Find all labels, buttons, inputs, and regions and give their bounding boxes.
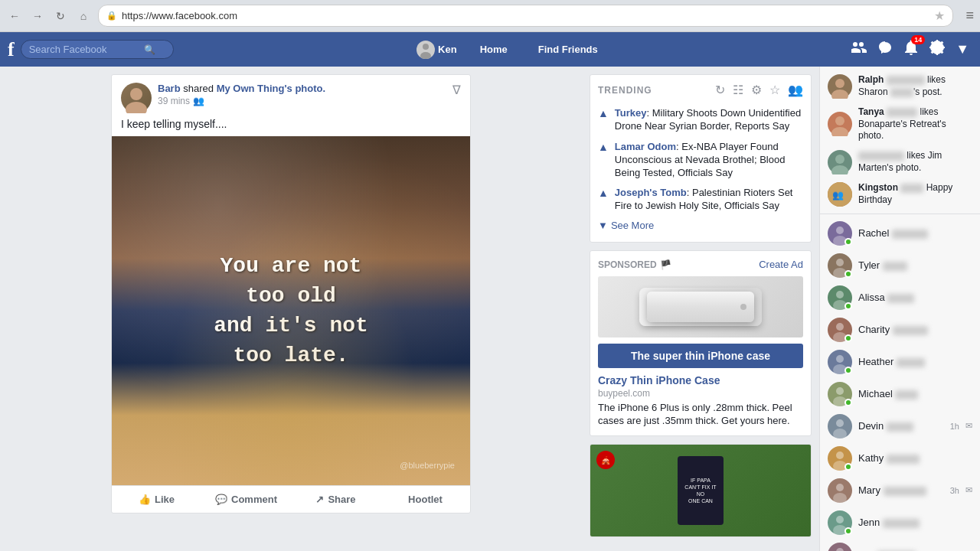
chat-item-alissa[interactable]: Alissa <box>820 282 980 314</box>
chat-avatar-rachel <box>828 221 852 246</box>
sky-overlay <box>112 136 470 485</box>
chat-item-rachel[interactable]: Rachel <box>820 217 980 249</box>
chat-item-kingston[interactable]: 👥 Kingston Happy Birthday <box>820 178 980 210</box>
online-indicator <box>844 367 852 374</box>
user-name: Ken <box>438 44 457 55</box>
share-button[interactable]: ↗ Share <box>291 489 381 510</box>
chat-item-anon[interactable]: likes Jim Marten's photo. <box>820 146 980 178</box>
trending-item-0[interactable]: ▲ Turkey: Military Shoots Down Unidentif… <box>598 103 803 137</box>
forward-button[interactable]: → <box>29 8 46 24</box>
comment-button[interactable]: 💬 Comment <box>201 489 291 510</box>
online-indicator <box>844 463 852 471</box>
chat-user-name: Alissa <box>858 292 972 303</box>
chat-item-kathy[interactable]: Kathy <box>820 442 980 474</box>
trending-item-1[interactable]: ▲ Lamar Odom: Ex-NBA Player Found Uncons… <box>598 137 803 184</box>
trending-item-2[interactable]: ▲ Joseph's Tomb: Palestinian Rioters Set… <box>598 183 803 217</box>
browser-menu-icon[interactable]: ≡ <box>965 8 974 24</box>
ad-image <box>598 276 803 337</box>
svg-point-19 <box>836 291 844 298</box>
find-friends-nav-item[interactable]: Find Friends <box>531 44 606 55</box>
online-indicator <box>844 270 852 278</box>
trending-grid-icon[interactable]: ☷ <box>733 83 743 97</box>
svg-point-16 <box>836 259 844 266</box>
hootlet-button[interactable]: Hootlet <box>381 489 470 510</box>
notification-badge: 14 <box>911 35 925 44</box>
chat-user-name: Tyler <box>858 259 972 271</box>
chat-item-joe[interactable]: Joe <box>820 539 980 551</box>
post-author-name[interactable]: Barb <box>158 83 181 94</box>
create-ad-link[interactable]: Create Ad <box>759 259 803 270</box>
chat-activity-anon: likes Jim Marten's photo. <box>858 150 972 174</box>
chat-item-michael[interactable]: Michael <box>820 378 980 410</box>
chat-user-name: Heather <box>858 356 972 367</box>
chat-time: 3h <box>950 486 959 495</box>
post-shared-link[interactable]: My Own Thing's photo. <box>217 83 325 94</box>
address-bar[interactable]: 🔒 https://www.facebook.com ★ <box>98 5 953 27</box>
ad-website: buypeel.com <box>598 388 803 399</box>
user-avatar <box>416 41 435 59</box>
chat-avatar-joe <box>828 543 852 551</box>
home-nav-item[interactable]: Home <box>472 44 515 55</box>
settings-icon-button[interactable] <box>926 37 948 62</box>
lock-icon: 🔒 <box>106 11 117 21</box>
svg-point-7 <box>831 127 848 136</box>
see-more-button[interactable]: ▼ See More <box>598 217 803 234</box>
chat-item-ralph[interactable]: Ralph likes Sharon 's post. <box>820 70 980 103</box>
trending-settings-icon[interactable]: ⚙ <box>751 83 762 97</box>
post-header: Barb shared My Own Thing's photo. 39 min… <box>112 75 470 118</box>
facebook-logo: f <box>8 38 15 61</box>
trending-item-text-0: Turkey: Military Shoots Down Unidentifie… <box>615 107 803 133</box>
trending-refresh-icon[interactable]: ↻ <box>715 83 725 97</box>
url-text: https://www.facebook.com <box>122 10 929 21</box>
svg-point-22 <box>836 323 844 331</box>
user-chip[interactable]: Ken <box>416 41 457 59</box>
chat-activity-kingston: Kingston Happy Birthday <box>858 182 972 206</box>
refresh-button[interactable]: ↻ <box>52 8 69 24</box>
chat-item-tyler[interactable]: Tyler <box>820 249 980 282</box>
svg-text:👥: 👥 <box>832 189 844 201</box>
post-meta: Barb shared My Own Thing's photo. 39 min… <box>158 83 325 107</box>
chat-item-tanya[interactable]: Tanya likes Bonaparte's Retreat's photo. <box>820 103 980 146</box>
main-layout: Barb shared My Own Thing's photo. 39 min… <box>0 67 980 551</box>
post-actions: 👍 Like 💬 Comment ↗ Share Hootlet <box>112 485 470 513</box>
home-button[interactable]: ⌂ <box>75 8 92 24</box>
sponsored-header: SPONSORED 🏴 Create Ad <box>598 259 803 270</box>
chat-item-jenn[interactable]: Jenn <box>820 507 980 539</box>
post-image-watermark: @blueberrypie <box>400 461 455 470</box>
search-input[interactable] <box>29 44 144 55</box>
like-button[interactable]: 👍 Like <box>112 489 201 510</box>
back-button[interactable]: ← <box>6 8 23 24</box>
online-indicator <box>844 302 852 310</box>
chat-msg-icon: ✉ <box>965 421 972 431</box>
chat-item-charity[interactable]: Charity <box>820 314 980 346</box>
post-options-button[interactable]: ∇ <box>452 83 461 97</box>
ad-description: The iPhone 6 Plus is only .28mm thick. P… <box>598 402 803 428</box>
dropdown-icon-button[interactable]: ▼ <box>952 38 972 60</box>
chat-user-name: Jenn <box>858 517 972 528</box>
online-indicator <box>844 238 852 246</box>
messages-icon-button[interactable] <box>874 37 896 62</box>
trending-star-icon[interactable]: ☆ <box>769 83 780 97</box>
notifications-icon-button[interactable]: 14 <box>900 37 922 62</box>
friends-icon-button[interactable] <box>848 37 870 62</box>
chat-item-heather[interactable]: Heather <box>820 346 980 378</box>
svg-point-31 <box>836 419 844 427</box>
second-ad: IF PAPACAN'T FIX ITNOONE CAN 🎪 <box>590 444 812 537</box>
facebook-navbar: f 🔍 Ken Home Find Friends 14 ▼ <box>0 32 980 67</box>
ad-product-title[interactable]: Crazy Thin iPhone Case <box>598 374 803 386</box>
post-author-avatar <box>121 83 152 113</box>
chat-user-name: Charity <box>858 324 972 335</box>
chat-item-devin[interactable]: Devin 1h✉ <box>820 410 980 442</box>
trending-people-icon[interactable]: 👥 <box>788 83 803 97</box>
content-area: Barb shared My Own Thing's photo. 39 min… <box>0 67 582 551</box>
bookmark-icon[interactable]: ★ <box>934 8 945 23</box>
trending-header: TRENDING ↻ ☷ ⚙ ☆ 👥 <box>598 83 803 97</box>
share-icon: ↗ <box>315 494 324 505</box>
chat-avatar-alissa <box>828 285 852 310</box>
svg-point-9 <box>831 165 848 174</box>
trending-arrow-0: ▲ <box>598 107 609 119</box>
search-box[interactable]: 🔍 <box>21 40 174 59</box>
ad-cta-button[interactable]: The super thin iPhone case <box>598 344 803 368</box>
chat-item-mary[interactable]: Mary 3h✉ <box>820 474 980 507</box>
like-icon: 👍 <box>139 494 151 505</box>
